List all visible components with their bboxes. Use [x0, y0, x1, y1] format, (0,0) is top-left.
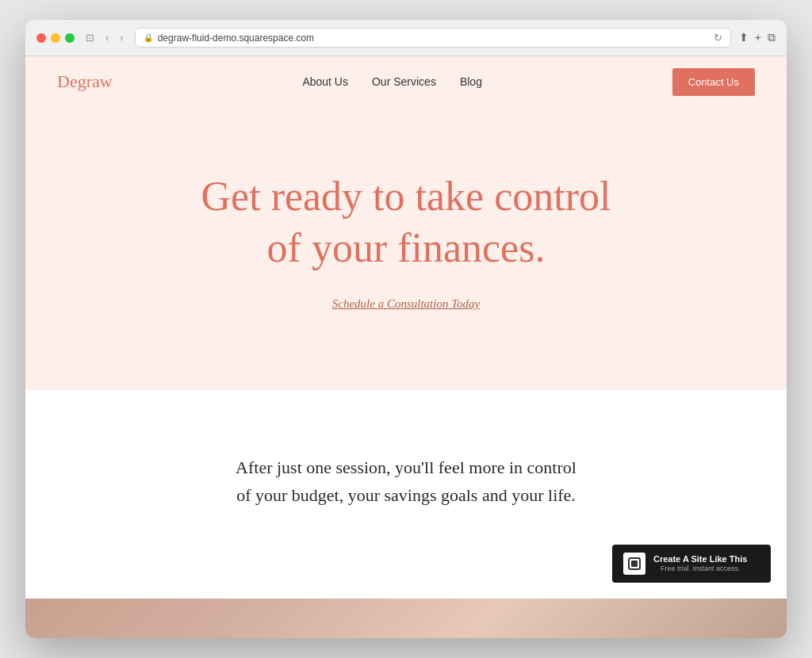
traffic-lights — [36, 33, 75, 43]
back-icon[interactable]: ‹ — [102, 30, 112, 45]
banner-subtitle: Free trial. Instant access. — [653, 564, 747, 574]
nav-blog[interactable]: Blog — [460, 75, 482, 88]
browser-action-buttons: ⬆ + ⧉ — [739, 31, 776, 44]
lock-icon: 🔒 — [144, 33, 153, 42]
website-content: Degraw About Us Our Services Blog Contac… — [25, 56, 787, 638]
hero-section: Get ready to take control of your financ… — [25, 107, 787, 390]
sidebar-toggle-icon[interactable]: ⊡ — [82, 30, 98, 45]
squarespace-banner-text: Create A Site Like This Free trial. Inst… — [653, 553, 747, 574]
minimize-button[interactable] — [51, 33, 60, 43]
nav-links: About Us Our Services Blog — [302, 75, 482, 88]
close-button[interactable] — [36, 33, 46, 43]
browser-chrome: ⊡ ‹ › 🔒 degraw-fluid-demo.squarespace.co… — [25, 20, 787, 56]
hero-title: Get ready to take control of your financ… — [192, 170, 620, 274]
forward-icon[interactable]: › — [117, 30, 126, 45]
windows-icon[interactable]: ⧉ — [768, 31, 776, 44]
new-tab-icon[interactable]: + — [755, 31, 761, 44]
content-section: After just one session, you'll feel more… — [25, 390, 787, 599]
nav-our-services[interactable]: Our Services — [372, 75, 436, 88]
navigation: Degraw About Us Our Services Blog Contac… — [25, 56, 787, 107]
bottom-image-strip — [25, 599, 787, 638]
address-bar[interactable]: 🔒 degraw-fluid-demo.squarespace.com ↻ — [135, 28, 731, 48]
url-text: degraw-fluid-demo.squarespace.com — [158, 33, 314, 44]
contact-us-button[interactable]: Contact Us — [672, 68, 755, 96]
refresh-icon[interactable]: ↻ — [714, 32, 722, 44]
maximize-button[interactable] — [65, 33, 75, 43]
browser-window: ⊡ ‹ › 🔒 degraw-fluid-demo.squarespace.co… — [25, 20, 787, 638]
nav-about-us[interactable]: About Us — [302, 75, 348, 88]
browser-nav-controls: ⊡ ‹ › — [82, 30, 127, 45]
squarespace-banner[interactable]: Create A Site Like This Free trial. Inst… — [612, 545, 771, 583]
share-icon[interactable]: ⬆ — [739, 31, 749, 44]
squarespace-logo-icon — [623, 553, 645, 575]
svg-rect-1 — [631, 560, 638, 567]
banner-title: Create A Site Like This — [653, 553, 747, 564]
body-text: After just one session, you'll feel more… — [232, 453, 580, 509]
consultation-link[interactable]: Schedule a Consultation Today — [332, 297, 481, 311]
site-logo[interactable]: Degraw — [57, 71, 113, 92]
